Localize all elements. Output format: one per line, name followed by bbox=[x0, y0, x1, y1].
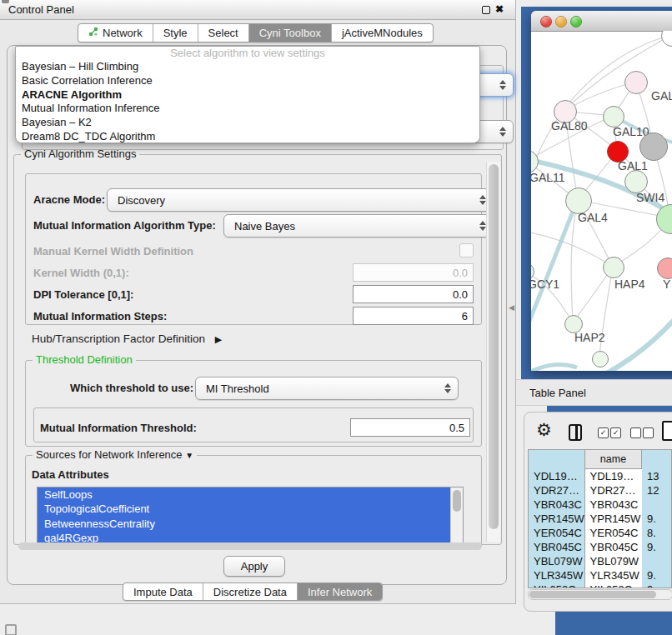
minimize-traffic-light-icon[interactable] bbox=[555, 16, 567, 28]
collapse-right-icon: ▶ bbox=[215, 334, 222, 344]
spinner-arrows-icon bbox=[479, 221, 486, 231]
network-canvas[interactable]: GAL GAL80 GAL10 GAL1 GAL11 SWI4 GAL4 GCY… bbox=[531, 31, 672, 371]
dpi-tolerance-input[interactable] bbox=[353, 285, 474, 303]
control-panel-titlebar: Control Panel ✖ bbox=[0, 0, 515, 20]
table-row[interactable]: YPR145WYPR145W9. bbox=[529, 512, 672, 526]
node-label: SWI4 bbox=[636, 191, 664, 204]
tab-infer-network[interactable]: Infer Network bbox=[298, 583, 382, 600]
spinner-arrows-icon bbox=[499, 80, 506, 90]
table-row[interactable]: YIL052CYIL052C9 bbox=[529, 582, 672, 588]
node-label: HAP4 bbox=[614, 278, 645, 291]
splitter-collapse-icon[interactable]: ◀ bbox=[509, 303, 514, 312]
algorithm-popup-list: Select algorithm to view settings Bayesi… bbox=[15, 46, 480, 143]
data-attributes-list: SelfLoops TopologicalCoefficient Between… bbox=[37, 487, 464, 545]
mi-steps-label: Mutual Information Steps: bbox=[33, 310, 167, 322]
hub-definition-toggle[interactable]: Hub/Transcription Factor Definition ▶ bbox=[32, 332, 222, 345]
close-traffic-light-icon[interactable] bbox=[540, 16, 552, 28]
network-window-titlebar[interactable] bbox=[531, 11, 672, 32]
network-node[interactable] bbox=[592, 351, 609, 368]
table-row[interactable]: YLR345WYLR345W9. bbox=[529, 568, 672, 582]
cutoff-tab-fragment bbox=[2, 0, 9, 3]
aracne-mode-combobox[interactable]: Discovery bbox=[107, 188, 494, 212]
popup-item-mutual-info[interactable]: Mutual Information Inference bbox=[16, 102, 479, 116]
mi-steps-input[interactable] bbox=[353, 307, 474, 325]
spinner-arrows-icon bbox=[479, 195, 486, 205]
table-hscrollbar-thumb[interactable] bbox=[529, 591, 656, 598]
node-table: shared… name A YDL19…YDL19…13 YDR27…YDR2… bbox=[528, 449, 672, 588]
control-panel: Control Panel ✖ Network Style Select Cyn… bbox=[0, 0, 516, 604]
table-row[interactable]: YBR045CYBR045C9. bbox=[529, 540, 672, 554]
zoom-traffic-light-icon[interactable] bbox=[570, 16, 582, 28]
tab-discretize-data[interactable]: Discretize Data bbox=[203, 583, 298, 600]
popup-item-aracne[interactable]: ARACNE Algorithm bbox=[16, 88, 479, 102]
mi-algorithm-type-combobox[interactable]: Naive Bayes bbox=[223, 214, 494, 238]
table-row[interactable]: YBL079WYBL079W bbox=[529, 554, 672, 568]
network-node[interactable] bbox=[639, 132, 668, 161]
node-label: GCY1 bbox=[531, 278, 559, 291]
kernel-width-label: Kernel Width (0,1): bbox=[33, 267, 129, 279]
collapse-down-icon: ▼ bbox=[185, 451, 193, 460]
popup-item-bayesian-hill[interactable]: Bayesian – Hill Climbing bbox=[16, 60, 479, 74]
table-panel-titlebar: Table Panel bbox=[516, 379, 672, 406]
list-scrollbar[interactable] bbox=[450, 488, 463, 544]
table-row[interactable]: YDL19…YDL19…13 bbox=[529, 469, 672, 483]
table-row[interactable]: YBR043CYBR043C bbox=[529, 498, 672, 512]
node-label: GAL80 bbox=[551, 119, 588, 132]
column-header-name[interactable]: name bbox=[585, 450, 643, 468]
bottom-tab-bar: Impute Data Discretize Data Infer Networ… bbox=[123, 582, 383, 601]
popup-item-bayesian-k2[interactable]: Bayesian – K2 bbox=[16, 116, 479, 130]
list-item[interactable]: BetweennessCentrality bbox=[38, 517, 452, 531]
which-threshold-combobox[interactable]: MI Threshold bbox=[195, 377, 459, 400]
network-node[interactable] bbox=[603, 257, 624, 278]
close-icon[interactable]: ✖ bbox=[495, 3, 504, 15]
which-threshold-label: Which threshold to use: bbox=[70, 382, 193, 394]
top-tab-bar: Network Style Select Cyni Toolbox jActiv… bbox=[78, 23, 434, 42]
node-label: GAL bbox=[651, 89, 672, 102]
manual-kernel-width-label: Manual Kernel Width Definition bbox=[33, 245, 193, 258]
list-item[interactable]: TopologicalCoefficient bbox=[38, 502, 452, 516]
deselect-all-icon[interactable] bbox=[643, 428, 654, 438]
table-row[interactable]: YDR27…YDR27…12 bbox=[529, 483, 672, 498]
node-label: HAP2 bbox=[574, 331, 605, 344]
node-label: GAL4 bbox=[578, 211, 608, 224]
collapsed-panel-icon[interactable] bbox=[5, 624, 17, 635]
tab-impute-data[interactable]: Impute Data bbox=[123, 583, 203, 600]
document-icon[interactable] bbox=[662, 421, 672, 441]
popup-item-dream8[interactable]: Dream8 DC_TDC Algorithm bbox=[16, 130, 479, 143]
node-label: GAL11 bbox=[531, 171, 565, 184]
manual-kernel-width-checkbox[interactable] bbox=[459, 243, 474, 258]
select-all-check-icon[interactable]: ✓ bbox=[598, 428, 609, 438]
kernel-width-input[interactable] bbox=[353, 263, 474, 282]
tab-jactivemnodules[interactable]: jActiveMNodules bbox=[332, 24, 433, 42]
tab-style[interactable]: Style bbox=[153, 24, 198, 42]
split-columns-icon[interactable] bbox=[569, 424, 582, 441]
list-item[interactable]: SelfLoops bbox=[38, 488, 452, 502]
table-row[interactable]: YER054CYER054C8. bbox=[529, 526, 672, 540]
popup-placeholder: Select algorithm to view settings bbox=[16, 47, 479, 60]
screen: { "window": { "title": "Control Panel" }… bbox=[0, 0, 672, 635]
sources-title[interactable]: Sources for Network Inference ▼ bbox=[33, 448, 197, 461]
mi-algorithm-type-label: Mutual Information Algorithm Type: bbox=[33, 219, 216, 232]
network-node[interactable] bbox=[624, 71, 648, 94]
settings-scrollbar-thumb[interactable] bbox=[489, 164, 499, 529]
tab-cyni-toolbox[interactable]: Cyni Toolbox bbox=[249, 24, 332, 42]
apply-button[interactable]: Apply bbox=[223, 556, 285, 577]
table-header-row: shared… name A bbox=[529, 450, 672, 469]
mi-threshold-input[interactable] bbox=[350, 418, 470, 437]
aracne-mode-label: Aracne Mode: bbox=[33, 193, 105, 206]
network-icon bbox=[88, 27, 98, 39]
network-window[interactable]: GAL GAL80 GAL10 GAL1 GAL11 SWI4 GAL4 GCY… bbox=[531, 11, 672, 371]
gear-icon[interactable]: ⚙ bbox=[536, 420, 552, 440]
select-all-check-icon[interactable]: ✓ bbox=[610, 428, 621, 438]
data-attributes-label: Data Attributes bbox=[32, 468, 109, 481]
tab-select[interactable]: Select bbox=[198, 24, 249, 42]
tab-network-label: Network bbox=[103, 27, 143, 39]
tab-network[interactable]: Network bbox=[78, 24, 153, 42]
mi-threshold-label: Mutual Information Threshold: bbox=[40, 422, 197, 434]
popup-item-basic-correlation[interactable]: Basic Correlation Inference bbox=[16, 74, 479, 88]
deselect-all-icon[interactable] bbox=[630, 428, 641, 438]
settings-hscrollbar[interactable] bbox=[18, 542, 482, 550]
network-node[interactable] bbox=[624, 170, 648, 193]
threshold-definition-title: Threshold Definition bbox=[33, 353, 136, 366]
float-window-icon[interactable] bbox=[482, 6, 490, 14]
